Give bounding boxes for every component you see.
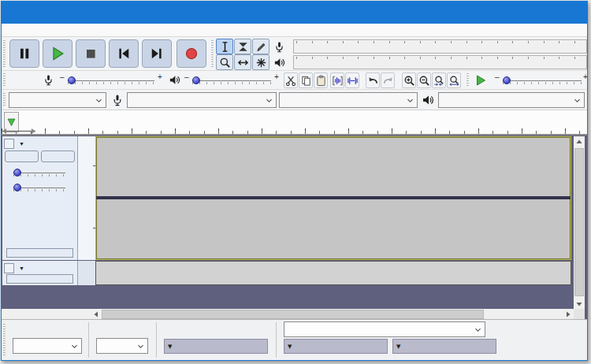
envelope-tool-button[interactable]	[234, 39, 251, 54]
scissors-icon	[285, 75, 297, 87]
track-menu-arrow-icon[interactable]: ▼	[19, 141, 24, 147]
undo-button[interactable]	[366, 72, 380, 88]
track-collapse-button[interactable]	[6, 274, 73, 284]
silence-audio-button[interactable]	[345, 72, 359, 88]
zoom-tool-button[interactable]	[216, 54, 233, 70]
toolbar-gripper[interactable]	[3, 324, 6, 355]
cut-button[interactable]	[284, 72, 298, 88]
label-track-area[interactable]	[95, 261, 571, 285]
skip-to-end-icon	[149, 46, 165, 61]
recording-channels-select[interactable]	[279, 92, 418, 108]
timeline-ruler[interactable]	[2, 110, 587, 135]
selection-start-display[interactable]: ▼	[284, 339, 388, 354]
recording-device-select[interactable]	[127, 92, 277, 108]
chevron-down-icon	[265, 96, 273, 105]
track-close-button[interactable]	[4, 263, 14, 273]
speaker-icon	[422, 94, 434, 106]
title-bar[interactable]	[2, 2, 587, 24]
copy-button[interactable]	[299, 72, 313, 88]
playback-speed-slider[interactable]	[503, 74, 582, 85]
playback-volume-slider[interactable]	[192, 74, 271, 85]
toolbar-gripper[interactable]	[466, 73, 469, 87]
microphone-icon	[43, 74, 54, 86]
playback-device-select[interactable]	[438, 92, 585, 108]
envelope-tool-icon	[237, 41, 249, 53]
skip-to-start-icon	[116, 46, 132, 61]
track-collapse-button[interactable]	[6, 248, 73, 258]
microphone-icon	[273, 41, 285, 53]
horizontal-scroll-thumb[interactable]	[102, 310, 484, 319]
paste-button[interactable]	[314, 72, 328, 88]
maximize-button[interactable]	[524, 2, 556, 24]
pan-slider[interactable]	[13, 181, 65, 192]
time-shift-tool-button[interactable]	[234, 54, 251, 70]
ruler-selection-indicator[interactable]	[2, 124, 36, 131]
skip-to-end-button[interactable]	[142, 39, 172, 68]
recording-volume-slider[interactable]	[68, 74, 154, 85]
mute-button[interactable]	[5, 150, 39, 162]
arrow-down-icon	[576, 301, 582, 307]
audio-position-display[interactable]: ▼	[164, 339, 268, 354]
selection-end-display[interactable]: ▼	[392, 339, 496, 354]
toolbar-gripper[interactable]	[3, 93, 6, 107]
toolbar-row-2: – + – + – +	[2, 71, 587, 90]
scroll-left-button[interactable]	[91, 309, 102, 320]
solo-button[interactable]	[41, 150, 75, 162]
multi-tool-button[interactable]	[252, 54, 269, 70]
slider-knob	[503, 76, 511, 84]
stop-button[interactable]	[76, 39, 106, 68]
slider-knob	[192, 76, 200, 84]
vertical-scroll-thumb[interactable]	[574, 148, 584, 296]
minimize-button[interactable]	[492, 2, 524, 24]
playback-meter[interactable]	[273, 54, 587, 70]
recording-meter[interactable]	[273, 39, 587, 54]
undo-icon	[367, 75, 379, 87]
pause-button[interactable]	[9, 39, 39, 68]
waveform-channel-right[interactable]	[96, 199, 569, 258]
horizontal-scrollbar[interactable]	[91, 309, 574, 320]
gain-slider[interactable]	[13, 166, 65, 177]
close-button[interactable]	[556, 2, 587, 24]
arrow-up-icon	[576, 139, 582, 145]
project-rate-select[interactable]	[13, 338, 82, 354]
zoom-fit-button[interactable]	[447, 72, 461, 88]
redo-button[interactable]	[381, 72, 395, 88]
selection-tool-button[interactable]	[216, 39, 233, 54]
play-button[interactable]	[43, 39, 72, 68]
track-area: ▼	[2, 135, 587, 320]
audio-track-waveform[interactable]	[95, 136, 571, 260]
draw-tool-button[interactable]	[252, 39, 269, 54]
toolbar-gripper[interactable]	[3, 40, 6, 68]
speaker-icon	[273, 57, 285, 69]
scroll-up-button[interactable]	[574, 136, 585, 147]
track-close-button[interactable]	[4, 139, 14, 149]
zoom-in-button[interactable]	[402, 72, 416, 88]
toolbar-gripper[interactable]	[211, 40, 214, 68]
dropdown-arrow-icon: ▼	[396, 344, 401, 350]
label-track-control-panel[interactable]: ▼	[2, 261, 78, 285]
asterisk-icon	[255, 57, 267, 69]
audio-track-control-panel[interactable]: ▼	[2, 136, 78, 260]
scroll-down-button[interactable]	[574, 299, 585, 310]
recording-meter-bar	[293, 39, 587, 54]
trim-audio-button[interactable]	[330, 72, 344, 88]
skip-to-start-button[interactable]	[109, 39, 139, 68]
zoom-selection-button[interactable]	[432, 72, 446, 88]
zoom-out-button[interactable]	[417, 72, 431, 88]
scroll-right-button[interactable]	[563, 309, 574, 320]
pencil-icon	[255, 41, 267, 53]
vertical-scrollbar[interactable]	[574, 136, 585, 310]
playback-meter-bar	[293, 55, 587, 69]
audacity-logo-icon	[8, 6, 20, 19]
audio-host-select[interactable]	[9, 92, 106, 108]
record-button[interactable]	[177, 39, 206, 68]
waveform-channel-left[interactable]	[96, 137, 569, 195]
selection-mode-select[interactable]	[284, 321, 485, 337]
slider-knob	[13, 169, 21, 176]
snap-to-select[interactable]	[96, 338, 148, 354]
toolbar-gripper[interactable]	[3, 73, 6, 87]
track-menu-arrow-icon[interactable]: ▼	[19, 266, 24, 271]
play-at-speed-button[interactable]	[472, 72, 489, 88]
vertical-scale-ruler[interactable]	[78, 136, 96, 260]
silence-audio-icon	[347, 75, 359, 87]
